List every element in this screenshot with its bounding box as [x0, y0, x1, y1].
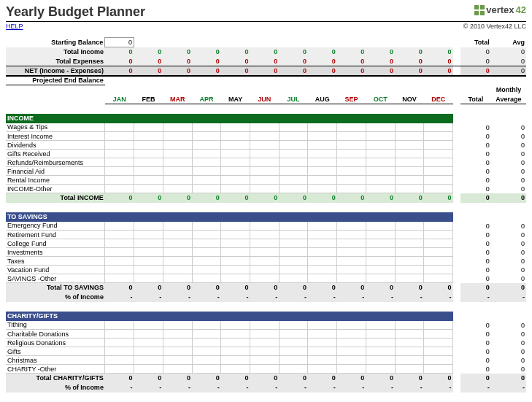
cell[interactable] — [250, 330, 279, 339]
cell[interactable] — [105, 248, 134, 257]
cell[interactable] — [105, 167, 134, 176]
cell[interactable] — [250, 185, 279, 193]
cell[interactable] — [134, 167, 163, 176]
cell[interactable] — [192, 132, 221, 141]
cell[interactable] — [279, 185, 308, 193]
cell[interactable] — [250, 356, 279, 365]
cell[interactable] — [424, 356, 453, 365]
cell[interactable] — [192, 185, 221, 193]
cell[interactable] — [134, 356, 163, 365]
cell[interactable] — [366, 347, 395, 356]
cell[interactable] — [424, 132, 453, 141]
cell[interactable] — [221, 158, 250, 167]
cell[interactable] — [163, 347, 192, 356]
cell[interactable] — [337, 339, 366, 347]
cell[interactable] — [134, 239, 163, 248]
cell[interactable] — [105, 222, 134, 231]
cell[interactable] — [279, 347, 308, 356]
cell[interactable] — [105, 330, 134, 339]
cell[interactable] — [424, 231, 453, 239]
cell[interactable] — [424, 222, 453, 231]
cell[interactable] — [134, 141, 163, 150]
cell[interactable] — [250, 167, 279, 176]
cell[interactable] — [163, 356, 192, 365]
cell[interactable] — [337, 266, 366, 274]
cell[interactable] — [192, 231, 221, 239]
cell[interactable] — [134, 222, 163, 231]
cell[interactable] — [279, 248, 308, 257]
cell[interactable] — [250, 274, 279, 283]
cell[interactable] — [424, 167, 453, 176]
cell[interactable] — [105, 158, 134, 167]
cell[interactable] — [163, 167, 192, 176]
cell[interactable] — [250, 231, 279, 239]
cell[interactable] — [366, 123, 395, 132]
cell[interactable] — [221, 356, 250, 365]
cell[interactable] — [337, 150, 366, 158]
cell[interactable] — [192, 150, 221, 158]
cell[interactable] — [337, 123, 366, 132]
cell[interactable] — [395, 365, 424, 374]
cell[interactable] — [308, 185, 337, 193]
cell[interactable] — [221, 239, 250, 248]
cell[interactable] — [105, 266, 134, 274]
cell[interactable] — [134, 123, 163, 132]
cell[interactable] — [250, 347, 279, 356]
cell[interactable] — [192, 356, 221, 365]
cell[interactable] — [424, 176, 453, 185]
cell[interactable] — [337, 239, 366, 248]
cell[interactable] — [221, 347, 250, 356]
cell[interactable] — [424, 185, 453, 193]
cell[interactable] — [134, 266, 163, 274]
cell[interactable] — [221, 248, 250, 257]
cell[interactable] — [337, 356, 366, 365]
cell[interactable] — [366, 339, 395, 347]
cell[interactable] — [308, 167, 337, 176]
cell[interactable] — [424, 248, 453, 257]
cell[interactable] — [395, 239, 424, 248]
cell[interactable] — [395, 231, 424, 239]
cell[interactable] — [221, 257, 250, 266]
cell[interactable] — [192, 239, 221, 248]
cell[interactable] — [337, 176, 366, 185]
cell[interactable] — [279, 257, 308, 266]
cell[interactable] — [134, 274, 163, 283]
cell[interactable] — [192, 248, 221, 257]
cell[interactable] — [424, 141, 453, 150]
cell[interactable] — [366, 176, 395, 185]
cell[interactable] — [308, 274, 337, 283]
cell[interactable] — [279, 158, 308, 167]
cell[interactable] — [366, 356, 395, 365]
cell[interactable] — [163, 176, 192, 185]
cell[interactable] — [250, 158, 279, 167]
cell[interactable] — [250, 123, 279, 132]
cell[interactable] — [395, 274, 424, 283]
cell[interactable] — [250, 257, 279, 266]
cell[interactable] — [163, 239, 192, 248]
cell[interactable] — [163, 274, 192, 283]
cell[interactable] — [424, 321, 453, 330]
cell[interactable] — [337, 167, 366, 176]
cell[interactable] — [308, 248, 337, 257]
cell[interactable] — [192, 123, 221, 132]
cell[interactable] — [221, 330, 250, 339]
cell[interactable] — [395, 222, 424, 231]
cell[interactable] — [134, 158, 163, 167]
cell[interactable] — [221, 274, 250, 283]
cell[interactable] — [395, 321, 424, 330]
cell[interactable] — [308, 176, 337, 185]
cell[interactable] — [192, 158, 221, 167]
cell[interactable] — [163, 185, 192, 193]
cell[interactable] — [279, 365, 308, 374]
cell[interactable] — [134, 321, 163, 330]
cell[interactable] — [366, 274, 395, 283]
cell[interactable] — [279, 222, 308, 231]
cell[interactable] — [250, 132, 279, 141]
cell[interactable] — [134, 231, 163, 239]
cell[interactable] — [105, 257, 134, 266]
cell[interactable] — [279, 339, 308, 347]
cell[interactable] — [279, 239, 308, 248]
cell[interactable] — [395, 141, 424, 150]
cell[interactable] — [192, 347, 221, 356]
cell[interactable] — [395, 339, 424, 347]
